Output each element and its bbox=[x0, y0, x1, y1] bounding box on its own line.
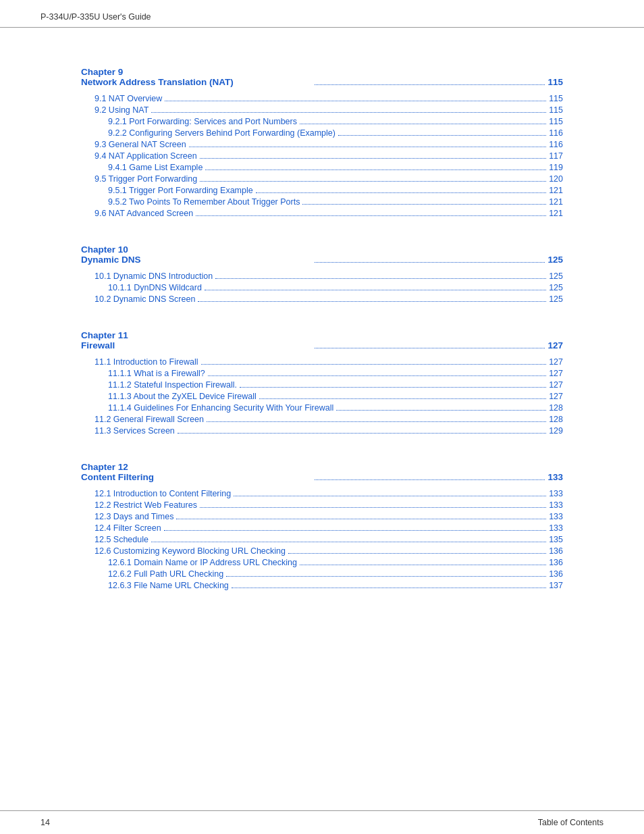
page-header: P-334U/P-335U User's Guide bbox=[0, 0, 644, 28]
toc-label: 12.6 Customizing Keyword Blocking URL Ch… bbox=[95, 546, 286, 556]
toc-page: 121 bbox=[549, 197, 563, 207]
toc-dots bbox=[256, 192, 546, 193]
toc-entry: 11.1.2 Stateful Inspection Firewall.127 bbox=[81, 380, 563, 390]
chapter-heading-ch10: Chapter 10 bbox=[81, 244, 563, 255]
toc-page: 119 bbox=[549, 163, 563, 172]
toc-entry: 11.1.4 Guidelines For Enhancing Security… bbox=[81, 403, 563, 413]
toc-dots bbox=[205, 170, 546, 170]
toc-page: 116 bbox=[549, 140, 563, 149]
toc-entry: 9.2.2 Configuring Servers Behind Port Fo… bbox=[81, 128, 563, 138]
toc-page: 125 bbox=[549, 271, 563, 281]
toc-page: 120 bbox=[549, 174, 563, 184]
chapter-title-page-ch10: 125 bbox=[547, 255, 563, 265]
toc-page: 136 bbox=[549, 546, 563, 556]
toc-page: 128 bbox=[549, 403, 563, 413]
toc-dots bbox=[200, 181, 546, 182]
toc-dots bbox=[207, 421, 546, 422]
toc-label: 10.1.1 DynDNS Wildcard bbox=[108, 283, 202, 292]
chapter-spacer bbox=[81, 306, 563, 311]
toc-entry: 12.2 Restrict Web Features133 bbox=[81, 500, 563, 510]
toc-dots bbox=[300, 565, 546, 565]
toc-page: 127 bbox=[549, 392, 563, 401]
toc-entry: 11.1.3 About the ZyXEL Device Firewall12… bbox=[81, 392, 563, 401]
toc-label: 12.1 Introduction to Content Filtering bbox=[95, 489, 231, 498]
chapter-heading-ch11: Chapter 11 bbox=[81, 330, 563, 340]
toc-entry: 9.5.1 Trigger Port Forwarding Example121 bbox=[81, 186, 563, 195]
toc-content: Chapter 9Network Address Translation (NA… bbox=[0, 28, 644, 652]
toc-dots bbox=[164, 530, 546, 531]
toc-page: 125 bbox=[549, 294, 563, 304]
toc-page: 115 bbox=[549, 105, 563, 115]
toc-page: 127 bbox=[549, 357, 563, 367]
toc-dots bbox=[151, 542, 546, 542]
footer-page-number: 14 bbox=[41, 818, 50, 827]
page-container: P-334U/P-335U User's Guide Chapter 9Netw… bbox=[0, 0, 644, 834]
toc-dots bbox=[300, 124, 546, 124]
chapter-title-page-ch12: 133 bbox=[547, 472, 563, 482]
toc-label: 9.4.1 Game List Example bbox=[108, 163, 203, 172]
toc-dots bbox=[200, 507, 546, 508]
toc-label: 9.4 NAT Application Screen bbox=[95, 151, 197, 161]
toc-page: 117 bbox=[549, 151, 563, 161]
toc-label: 12.6.1 Domain Name or IP Address URL Che… bbox=[108, 558, 297, 567]
chapter-title-page-ch9: 115 bbox=[547, 77, 563, 87]
toc-page: 128 bbox=[549, 415, 563, 424]
toc-dots bbox=[198, 301, 546, 302]
toc-label: 11.1.4 Guidelines For Enhancing Security… bbox=[108, 403, 333, 413]
toc-page: 133 bbox=[549, 523, 563, 533]
toc-entry: 12.6 Customizing Keyword Blocking URL Ch… bbox=[81, 546, 563, 556]
toc-label: 12.2 Restrict Web Features bbox=[95, 500, 197, 510]
toc-dots bbox=[215, 278, 546, 279]
toc-label: 9.2.1 Port Forwarding: Services and Port… bbox=[108, 117, 297, 126]
chapter-title-text-ch10: Dynamic DNS bbox=[81, 255, 312, 265]
toc-dots bbox=[232, 588, 546, 588]
toc-label: 9.5 Trigger Port Forwarding bbox=[95, 174, 197, 184]
chapter-spacer bbox=[81, 220, 563, 226]
toc-entry: 11.1 Introduction to Firewall127 bbox=[81, 357, 563, 367]
toc-page: 115 bbox=[549, 117, 563, 126]
toc-page: 135 bbox=[549, 535, 563, 544]
toc-entry: 9.1 NAT Overview115 bbox=[81, 94, 563, 103]
toc-label: 11.1.2 Stateful Inspection Firewall. bbox=[108, 380, 237, 390]
chapter-title-line-ch12: Content Filtering133 bbox=[81, 472, 563, 482]
toc-page: 137 bbox=[549, 581, 563, 590]
toc-entry: 10.1.1 DynDNS Wildcard125 bbox=[81, 283, 563, 292]
toc-entry: 12.4 Filter Screen133 bbox=[81, 523, 563, 533]
chapter-title-line-ch11: Firewall127 bbox=[81, 340, 563, 350]
toc-label: 11.3 Services Screen bbox=[95, 426, 175, 436]
toc-label: 11.1.3 About the ZyXEL Device Firewall bbox=[108, 392, 257, 401]
toc-entry: 11.3 Services Screen129 bbox=[81, 426, 563, 436]
toc-label: 9.6 NAT Advanced Screen bbox=[95, 209, 193, 218]
toc-page: 129 bbox=[549, 426, 563, 436]
toc-entry: 9.2 Using NAT115 bbox=[81, 105, 563, 115]
toc-label: 9.2 Using NAT bbox=[95, 105, 149, 115]
toc-dots bbox=[178, 433, 546, 434]
toc-label: 11.2 General Firewall Screen bbox=[95, 415, 204, 424]
footer-section-title: Table of Contents bbox=[538, 818, 603, 827]
chapter-title-text-ch12: Content Filtering bbox=[81, 472, 312, 482]
toc-dots bbox=[151, 112, 546, 113]
toc-dots bbox=[234, 496, 546, 496]
toc-dots bbox=[176, 519, 546, 519]
toc-entry: 11.1.1 What is a Firewall?127 bbox=[81, 369, 563, 378]
toc-entry: 12.6.2 Full Path URL Checking136 bbox=[81, 569, 563, 579]
header-title: P-334U/P-335U User's Guide bbox=[41, 12, 151, 22]
chapter-title-line-ch9: Network Address Translation (NAT)115 bbox=[81, 77, 563, 87]
toc-dots bbox=[189, 147, 546, 147]
toc-dots bbox=[288, 553, 546, 554]
toc-dots bbox=[208, 375, 546, 376]
toc-page: 121 bbox=[549, 209, 563, 218]
toc-page: 136 bbox=[549, 558, 563, 567]
toc-entry: 12.6.1 Domain Name or IP Address URL Che… bbox=[81, 558, 563, 567]
toc-entry: 10.2 Dynamic DNS Screen125 bbox=[81, 294, 563, 304]
toc-entry: 9.5 Trigger Port Forwarding120 bbox=[81, 174, 563, 184]
chapter-title-text-ch11: Firewall bbox=[81, 340, 312, 350]
toc-page: 133 bbox=[549, 500, 563, 510]
chapter-title-dots-ch10 bbox=[315, 262, 545, 263]
toc-entry: 11.2 General Firewall Screen128 bbox=[81, 415, 563, 424]
chapter-title-line-ch10: Dynamic DNS125 bbox=[81, 255, 563, 265]
chapter-title-dots-ch9 bbox=[315, 84, 545, 85]
toc-page: 136 bbox=[549, 569, 563, 579]
toc-entry: 9.5.2 Two Points To Remember About Trigg… bbox=[81, 197, 563, 207]
toc-label: 9.5.2 Two Points To Remember About Trigg… bbox=[108, 197, 300, 207]
